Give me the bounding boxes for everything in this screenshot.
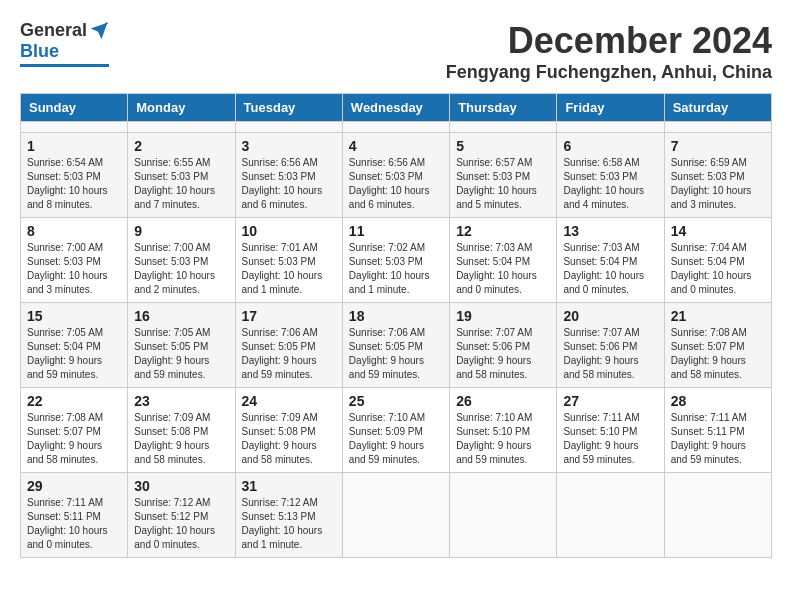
logo-blue-text: Blue	[20, 41, 59, 62]
calendar-cell: 27Sunrise: 7:11 AMSunset: 5:10 PMDayligh…	[557, 388, 664, 473]
calendar-cell	[342, 473, 449, 558]
day-info: Sunrise: 7:06 AMSunset: 5:05 PMDaylight:…	[349, 326, 443, 382]
calendar-header-friday: Friday	[557, 94, 664, 122]
day-number: 16	[134, 308, 228, 324]
calendar-table: SundayMondayTuesdayWednesdayThursdayFrid…	[20, 93, 772, 558]
day-info: Sunrise: 7:10 AMSunset: 5:09 PMDaylight:…	[349, 411, 443, 467]
day-info: Sunrise: 7:05 AMSunset: 5:04 PMDaylight:…	[27, 326, 121, 382]
day-number: 8	[27, 223, 121, 239]
day-number: 25	[349, 393, 443, 409]
day-info: Sunrise: 7:09 AMSunset: 5:08 PMDaylight:…	[134, 411, 228, 467]
day-info: Sunrise: 6:59 AMSunset: 5:03 PMDaylight:…	[671, 156, 765, 212]
day-number: 17	[242, 308, 336, 324]
logo-general-text: General	[20, 20, 87, 41]
calendar-header-saturday: Saturday	[664, 94, 771, 122]
page-header: General Blue December 2024 Fengyang Fuch…	[20, 20, 772, 83]
calendar-cell: 21Sunrise: 7:08 AMSunset: 5:07 PMDayligh…	[664, 303, 771, 388]
day-info: Sunrise: 6:56 AMSunset: 5:03 PMDaylight:…	[349, 156, 443, 212]
calendar-week-row: 15Sunrise: 7:05 AMSunset: 5:04 PMDayligh…	[21, 303, 772, 388]
day-info: Sunrise: 6:56 AMSunset: 5:03 PMDaylight:…	[242, 156, 336, 212]
day-number: 31	[242, 478, 336, 494]
calendar-cell: 3Sunrise: 6:56 AMSunset: 5:03 PMDaylight…	[235, 133, 342, 218]
day-info: Sunrise: 6:58 AMSunset: 5:03 PMDaylight:…	[563, 156, 657, 212]
calendar-cell: 25Sunrise: 7:10 AMSunset: 5:09 PMDayligh…	[342, 388, 449, 473]
calendar-cell: 5Sunrise: 6:57 AMSunset: 5:03 PMDaylight…	[450, 133, 557, 218]
day-number: 11	[349, 223, 443, 239]
calendar-header-wednesday: Wednesday	[342, 94, 449, 122]
day-number: 2	[134, 138, 228, 154]
calendar-cell: 20Sunrise: 7:07 AMSunset: 5:06 PMDayligh…	[557, 303, 664, 388]
day-info: Sunrise: 7:01 AMSunset: 5:03 PMDaylight:…	[242, 241, 336, 297]
calendar-cell	[664, 473, 771, 558]
calendar-cell: 18Sunrise: 7:06 AMSunset: 5:05 PMDayligh…	[342, 303, 449, 388]
day-number: 15	[27, 308, 121, 324]
day-number: 27	[563, 393, 657, 409]
day-number: 21	[671, 308, 765, 324]
day-number: 29	[27, 478, 121, 494]
day-info: Sunrise: 7:08 AMSunset: 5:07 PMDaylight:…	[27, 411, 121, 467]
calendar-cell: 10Sunrise: 7:01 AMSunset: 5:03 PMDayligh…	[235, 218, 342, 303]
day-number: 10	[242, 223, 336, 239]
calendar-cell	[664, 122, 771, 133]
calendar-header-sunday: Sunday	[21, 94, 128, 122]
calendar-header-monday: Monday	[128, 94, 235, 122]
calendar-cell: 4Sunrise: 6:56 AMSunset: 5:03 PMDaylight…	[342, 133, 449, 218]
day-number: 18	[349, 308, 443, 324]
calendar-week-row: 1Sunrise: 6:54 AMSunset: 5:03 PMDaylight…	[21, 133, 772, 218]
day-info: Sunrise: 7:03 AMSunset: 5:04 PMDaylight:…	[456, 241, 550, 297]
day-info: Sunrise: 7:11 AMSunset: 5:11 PMDaylight:…	[671, 411, 765, 467]
day-info: Sunrise: 7:11 AMSunset: 5:10 PMDaylight:…	[563, 411, 657, 467]
day-info: Sunrise: 7:00 AMSunset: 5:03 PMDaylight:…	[134, 241, 228, 297]
logo: General Blue	[20, 20, 109, 67]
day-number: 26	[456, 393, 550, 409]
day-info: Sunrise: 6:55 AMSunset: 5:03 PMDaylight:…	[134, 156, 228, 212]
calendar-cell: 30Sunrise: 7:12 AMSunset: 5:12 PMDayligh…	[128, 473, 235, 558]
day-info: Sunrise: 7:08 AMSunset: 5:07 PMDaylight:…	[671, 326, 765, 382]
day-number: 30	[134, 478, 228, 494]
day-info: Sunrise: 7:07 AMSunset: 5:06 PMDaylight:…	[456, 326, 550, 382]
day-info: Sunrise: 7:12 AMSunset: 5:13 PMDaylight:…	[242, 496, 336, 552]
calendar-week-row: 8Sunrise: 7:00 AMSunset: 5:03 PMDaylight…	[21, 218, 772, 303]
day-number: 4	[349, 138, 443, 154]
calendar-cell	[235, 122, 342, 133]
day-info: Sunrise: 7:02 AMSunset: 5:03 PMDaylight:…	[349, 241, 443, 297]
day-number: 24	[242, 393, 336, 409]
calendar-cell	[342, 122, 449, 133]
calendar-cell: 7Sunrise: 6:59 AMSunset: 5:03 PMDaylight…	[664, 133, 771, 218]
calendar-cell: 12Sunrise: 7:03 AMSunset: 5:04 PMDayligh…	[450, 218, 557, 303]
calendar-cell	[21, 122, 128, 133]
calendar-cell: 31Sunrise: 7:12 AMSunset: 5:13 PMDayligh…	[235, 473, 342, 558]
location-title: Fengyang Fuchengzhen, Anhui, China	[446, 62, 772, 83]
calendar-cell	[557, 122, 664, 133]
calendar-cell: 1Sunrise: 6:54 AMSunset: 5:03 PMDaylight…	[21, 133, 128, 218]
day-info: Sunrise: 6:57 AMSunset: 5:03 PMDaylight:…	[456, 156, 550, 212]
calendar-cell: 23Sunrise: 7:09 AMSunset: 5:08 PMDayligh…	[128, 388, 235, 473]
calendar-cell: 6Sunrise: 6:58 AMSunset: 5:03 PMDaylight…	[557, 133, 664, 218]
calendar-cell	[557, 473, 664, 558]
title-section: December 2024 Fengyang Fuchengzhen, Anhu…	[446, 20, 772, 83]
day-number: 22	[27, 393, 121, 409]
day-info: Sunrise: 6:54 AMSunset: 5:03 PMDaylight:…	[27, 156, 121, 212]
calendar-cell: 28Sunrise: 7:11 AMSunset: 5:11 PMDayligh…	[664, 388, 771, 473]
day-number: 3	[242, 138, 336, 154]
calendar-header-row: SundayMondayTuesdayWednesdayThursdayFrid…	[21, 94, 772, 122]
calendar-cell: 24Sunrise: 7:09 AMSunset: 5:08 PMDayligh…	[235, 388, 342, 473]
calendar-cell: 16Sunrise: 7:05 AMSunset: 5:05 PMDayligh…	[128, 303, 235, 388]
day-info: Sunrise: 7:11 AMSunset: 5:11 PMDaylight:…	[27, 496, 121, 552]
calendar-cell: 15Sunrise: 7:05 AMSunset: 5:04 PMDayligh…	[21, 303, 128, 388]
calendar-header-tuesday: Tuesday	[235, 94, 342, 122]
day-number: 23	[134, 393, 228, 409]
calendar-cell: 2Sunrise: 6:55 AMSunset: 5:03 PMDaylight…	[128, 133, 235, 218]
calendar-cell: 13Sunrise: 7:03 AMSunset: 5:04 PMDayligh…	[557, 218, 664, 303]
day-info: Sunrise: 7:06 AMSunset: 5:05 PMDaylight:…	[242, 326, 336, 382]
day-info: Sunrise: 7:05 AMSunset: 5:05 PMDaylight:…	[134, 326, 228, 382]
calendar-cell	[450, 122, 557, 133]
day-info: Sunrise: 7:07 AMSunset: 5:06 PMDaylight:…	[563, 326, 657, 382]
day-number: 6	[563, 138, 657, 154]
day-number: 5	[456, 138, 550, 154]
month-title: December 2024	[446, 20, 772, 62]
calendar-cell: 19Sunrise: 7:07 AMSunset: 5:06 PMDayligh…	[450, 303, 557, 388]
day-number: 28	[671, 393, 765, 409]
logo-bird-icon	[89, 21, 109, 41]
calendar-header-thursday: Thursday	[450, 94, 557, 122]
